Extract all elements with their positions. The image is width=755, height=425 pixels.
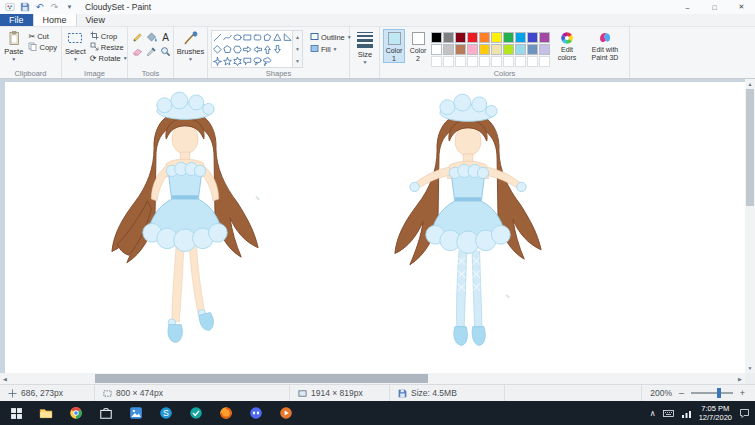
photos-taskbar-icon[interactable] — [128, 405, 144, 421]
palette-swatch[interactable] — [491, 32, 502, 43]
shapes-scroll-down-icon[interactable]: ▼ — [293, 43, 302, 55]
shape-rectangle[interactable] — [242, 31, 252, 43]
palette-swatch-empty[interactable] — [515, 56, 526, 67]
discord-taskbar-icon[interactable] — [248, 405, 264, 421]
palette-swatch[interactable] — [491, 44, 502, 55]
file-explorer-taskbar-icon[interactable] — [38, 405, 54, 421]
firefox-taskbar-icon[interactable] — [218, 405, 234, 421]
redo-icon[interactable]: ↷ — [49, 2, 60, 13]
shape-rounded-rectangle[interactable] — [252, 31, 262, 43]
taskbar-clock[interactable]: 7:05 PM 12/7/2020 — [699, 404, 732, 422]
edit-colors-button[interactable]: Edit colors — [552, 29, 582, 61]
outline-button[interactable]: Outline▼ — [308, 32, 354, 43]
palette-swatch[interactable] — [455, 44, 466, 55]
palette-swatch[interactable] — [443, 32, 454, 43]
palette-swatch[interactable] — [443, 44, 454, 55]
skype-taskbar-icon[interactable]: S — [158, 405, 174, 421]
palette-swatch[interactable] — [431, 44, 442, 55]
pencil-tool-button[interactable] — [131, 31, 144, 44]
zoom-in-button[interactable]: + — [738, 388, 747, 398]
shape-diamond[interactable] — [212, 43, 222, 55]
palette-swatch[interactable] — [503, 44, 514, 55]
fill-tool-button[interactable] — [145, 31, 158, 44]
rotate-button[interactable]: ⟳Rotate▼ — [88, 53, 130, 64]
shape-callout-cloud[interactable] — [262, 55, 272, 67]
microsoft-store-taskbar-icon[interactable] — [98, 405, 114, 421]
shape-right-triangle[interactable] — [282, 31, 292, 43]
horizontal-scroll-thumb[interactable] — [95, 374, 428, 383]
palette-swatch[interactable] — [515, 44, 526, 55]
shape-triangle[interactable] — [272, 31, 282, 43]
media-player-taskbar-icon[interactable] — [278, 405, 294, 421]
shape-star-6[interactable] — [232, 55, 242, 67]
palette-swatch-empty[interactable] — [443, 56, 454, 67]
edit-with-paint3d-button[interactable]: Edit with Paint 3D — [584, 29, 626, 61]
eraser-tool-button[interactable] — [131, 45, 144, 58]
palette-swatch-empty[interactable] — [503, 56, 514, 67]
vertical-scroll-thumb[interactable] — [746, 89, 754, 206]
palette-swatch-empty[interactable] — [527, 56, 538, 67]
color-picker-tool-button[interactable] — [145, 45, 158, 58]
zoom-slider-thumb[interactable] — [717, 388, 721, 398]
shape-curve[interactable] — [222, 31, 232, 43]
minimize-button[interactable]: – — [674, 0, 701, 14]
palette-swatch[interactable] — [527, 44, 538, 55]
canvas[interactable]: ∿ ∿ — [5, 82, 745, 373]
notification-center-icon[interactable] — [739, 408, 750, 419]
vertical-scrollbar[interactable]: ▲ ▼ — [745, 79, 755, 373]
tab-file[interactable]: File — [0, 14, 33, 26]
customize-dropdown-icon[interactable]: ▼ — [64, 2, 75, 13]
size-button[interactable]: Size ▼ — [353, 29, 377, 65]
zoom-out-button[interactable]: – — [677, 388, 686, 398]
copy-button[interactable]: Copy — [26, 42, 59, 53]
cut-button[interactable]: ✂Cut — [26, 31, 59, 42]
shape-oval[interactable] — [232, 31, 242, 43]
zoom-slider[interactable] — [691, 392, 733, 394]
paste-button[interactable]: Paste ▼ — [3, 29, 24, 62]
shape-callout-oval[interactable] — [252, 55, 262, 67]
shape-arrow-right[interactable] — [242, 43, 252, 55]
palette-swatch-empty[interactable] — [467, 56, 478, 67]
color1-button[interactable]: Color 1 — [383, 29, 405, 63]
shape-arrow-down[interactable] — [272, 43, 282, 55]
security-app-taskbar-icon[interactable] — [188, 405, 204, 421]
crop-button[interactable]: Crop — [88, 31, 130, 42]
palette-swatch-empty[interactable] — [479, 56, 490, 67]
undo-icon[interactable]: ↶ — [34, 2, 45, 13]
color2-button[interactable]: Color 2 — [407, 29, 429, 63]
shape-pentagon[interactable] — [222, 43, 232, 55]
brushes-button[interactable]: Brushes ▼ — [177, 29, 204, 62]
magnifier-tool-button[interactable] — [159, 45, 172, 58]
scroll-up-icon[interactable]: ▲ — [745, 79, 755, 89]
palette-swatch[interactable] — [539, 32, 550, 43]
save-icon[interactable] — [19, 2, 30, 13]
palette-swatch[interactable] — [503, 32, 514, 43]
network-icon[interactable] — [681, 408, 692, 419]
palette-swatch[interactable] — [515, 32, 526, 43]
shape-star-5[interactable] — [222, 55, 232, 67]
scroll-right-icon[interactable]: ▶ — [735, 373, 745, 384]
shape-star-4[interactable] — [212, 55, 222, 67]
shape-callout-rounded[interactable] — [242, 55, 252, 67]
palette-swatch-empty[interactable] — [539, 56, 550, 67]
fill-button[interactable]: Fill▼ — [308, 44, 354, 55]
text-tool-button[interactable]: A — [159, 31, 172, 44]
scroll-down-icon[interactable]: ▼ — [745, 363, 755, 373]
shape-hexagon[interactable] — [232, 43, 242, 55]
hidden-icons-chevron[interactable]: ∧ — [650, 409, 656, 418]
palette-swatch[interactable] — [479, 32, 490, 43]
shape-polygon[interactable] — [262, 31, 272, 43]
palette-swatch[interactable] — [431, 32, 442, 43]
palette-swatch[interactable] — [467, 44, 478, 55]
palette-swatch-empty[interactable] — [431, 56, 442, 67]
tab-home[interactable]: Home — [33, 14, 77, 26]
shape-line[interactable] — [212, 31, 222, 43]
palette-swatch-empty[interactable] — [455, 56, 466, 67]
shapes-scroll-up-icon[interactable]: ▲ — [293, 31, 302, 43]
shape-arrow-up[interactable] — [262, 43, 272, 55]
shapes-more-icon[interactable]: ▼ — [293, 55, 302, 67]
touch-keyboard-icon[interactable] — [663, 408, 674, 419]
palette-swatch[interactable] — [455, 32, 466, 43]
scroll-left-icon[interactable]: ◀ — [0, 373, 10, 384]
shape-arrow-left[interactable] — [252, 43, 262, 55]
